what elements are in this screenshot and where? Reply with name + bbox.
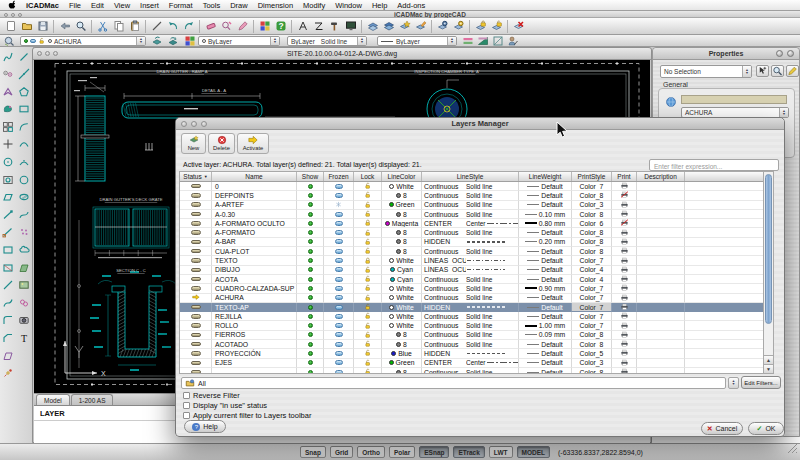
tool-named-views-icon[interactable]	[2, 68, 15, 81]
cell-show[interactable]	[297, 284, 324, 293]
minimize-window-button[interactable]	[11, 13, 15, 17]
cell-description[interactable]	[637, 284, 685, 293]
column-header-frozen[interactable]: Frozen	[324, 172, 354, 181]
cell-printstyle[interactable]: Color_7	[572, 321, 612, 330]
toggle-polar[interactable]: Polar	[389, 446, 415, 458]
properties-header[interactable]: Properties	[653, 48, 799, 60]
cell-name[interactable]: REJILLA	[212, 312, 297, 321]
zoom-magnifier-icon[interactable]	[74, 20, 87, 33]
cell-frozen[interactable]	[324, 331, 354, 340]
layer-remove-icon[interactable]	[512, 20, 525, 33]
cell-description[interactable]	[637, 368, 685, 373]
cell-printstyle[interactable]: Color_3	[572, 359, 612, 368]
cell-lock[interactable]	[354, 182, 382, 191]
user-profile-icon[interactable]	[507, 35, 519, 47]
color-combo[interactable]: ByLayer ▲▼	[198, 36, 280, 46]
cell-linecolor[interactable]: 8	[382, 247, 422, 256]
cell-linestyle[interactable]: ContinuousSolid line	[422, 182, 519, 191]
filter-all-combo[interactable]: All	[181, 377, 726, 389]
cell-linestyle[interactable]: ContinuousSolid line	[422, 331, 519, 340]
cell-status[interactable]	[180, 201, 212, 210]
cell-frozen[interactable]	[324, 182, 354, 191]
cell-print[interactable]	[612, 201, 637, 210]
menu-modify[interactable]: Modify	[303, 1, 325, 10]
column-header-linecolor[interactable]: LineColor	[382, 172, 422, 181]
copy-page-icon[interactable]	[112, 20, 125, 33]
toggle-snap[interactable]: Snap	[300, 446, 326, 458]
tool-hatch-polygon-icon[interactable]	[18, 261, 31, 274]
menu-dimension[interactable]: Dimension	[258, 1, 293, 10]
column-header-print[interactable]: Print	[612, 172, 637, 181]
cell-print[interactable]	[612, 228, 637, 237]
cell-status[interactable]	[180, 238, 212, 247]
layer-locked-icon[interactable]	[474, 20, 487, 33]
cell-show[interactable]	[297, 219, 324, 228]
cell-linecolor[interactable]: White	[382, 321, 422, 330]
cell-name[interactable]: EJES	[212, 359, 297, 368]
panel-button-1[interactable]	[776, 50, 783, 57]
cell-name[interactable]: CUADRO-CALZADA-SUP	[212, 284, 297, 293]
cell-linecolor[interactable]: 8	[382, 191, 422, 200]
select-entities-button[interactable]	[756, 65, 769, 77]
filter-all-stepper[interactable]: ▲▼	[728, 377, 739, 389]
cell-status[interactable]	[180, 266, 212, 275]
cell-description[interactable]	[637, 266, 685, 275]
menu-draw[interactable]: Draw	[230, 1, 248, 10]
layer-row-achura[interactable]: ACHURAWhiteContinuousSolid lineDefaultCo…	[180, 294, 763, 303]
cell-name[interactable]: A-BAR	[212, 238, 297, 247]
apply-filter-checkbox[interactable]: Apply current filter to Layers toolbar	[183, 411, 311, 420]
tool-region-icon[interactable]	[2, 103, 15, 116]
cell-print[interactable]	[612, 238, 637, 247]
color-field[interactable]	[681, 95, 787, 104]
dialog-title-bar[interactable]: Layers Manager	[176, 118, 784, 130]
cell-name[interactable]: DEFPOINTS	[212, 191, 297, 200]
cell-printstyle[interactable]: Color_8	[572, 210, 612, 219]
cell-linecolor[interactable]: 8	[382, 331, 422, 340]
pen-icon[interactable]	[236, 20, 249, 33]
layer-row-a-artef[interactable]: A-ARTEFGreenContinuousSolid lineDefaultC…	[180, 201, 763, 210]
linestyle-combo[interactable]: ByLayer Solid line ▲▼	[287, 36, 367, 46]
column-header-status[interactable]: Status ▼	[180, 172, 212, 181]
cell-print[interactable]	[612, 359, 637, 368]
tool-arc-icon[interactable]	[18, 120, 31, 133]
cell-lock[interactable]	[354, 349, 382, 358]
tool-center-circle-icon[interactable]	[2, 156, 15, 169]
layer-row-rejilla[interactable]: REJILLAWhiteContinuousSolid lineDefaultC…	[180, 312, 763, 321]
cell-linecolor[interactable]: 8	[382, 210, 422, 219]
print-style-icon[interactable]	[492, 35, 504, 47]
cell-frozen[interactable]	[324, 266, 354, 275]
cell-print[interactable]	[612, 247, 637, 256]
cell-linecolor[interactable]: White	[382, 182, 422, 191]
resize-grip[interactable]	[787, 440, 798, 458]
cell-status[interactable]	[180, 219, 212, 228]
delete-layer-button[interactable]: Delete	[208, 133, 235, 154]
cell-status[interactable]	[180, 182, 212, 191]
cell-linestyle[interactable]: CENTERCenter	[422, 359, 519, 368]
cell-frozen[interactable]	[324, 238, 354, 247]
cell-lock[interactable]	[354, 210, 382, 219]
cell-name[interactable]: FIERROS	[212, 331, 297, 340]
app-title-bar[interactable]: iCADMac by progeCAD	[0, 11, 800, 18]
cell-printstyle[interactable]: Color_8	[572, 368, 612, 373]
cell-description[interactable]	[637, 191, 685, 200]
cell-linestyle[interactable]: LÍNEAS_OCULTAS2...	[422, 266, 519, 275]
cell-linecolor[interactable]: White	[382, 294, 422, 303]
layer-row-a-bar[interactable]: A-BAR8HIDDEN0.20 mmColor_8	[180, 238, 763, 247]
layer-add-icon[interactable]	[398, 20, 411, 33]
back-arrow-icon[interactable]	[58, 20, 71, 33]
cell-show[interactable]	[297, 182, 324, 191]
tool-line-icon[interactable]	[18, 50, 31, 63]
layer-combo[interactable]: ACHURA ▲▼	[20, 36, 146, 46]
column-header-show[interactable]: Show	[297, 172, 324, 181]
cell-printstyle[interactable]: Color_7	[572, 182, 612, 191]
open-file-icon[interactable]	[20, 20, 33, 33]
tool-clip-rect-icon[interactable]	[2, 261, 15, 274]
cell-lineweight[interactable]: Default	[519, 182, 572, 191]
cell-lineweight[interactable]: Default	[519, 266, 572, 275]
cell-description[interactable]	[637, 275, 685, 284]
menu-format[interactable]: Format	[169, 1, 193, 10]
cell-lock[interactable]	[354, 368, 382, 373]
menu-tools[interactable]: Tools	[203, 1, 221, 10]
cell-lineweight[interactable]: Default	[519, 247, 572, 256]
cell-linestyle[interactable]: CENTERCenter	[422, 219, 519, 228]
